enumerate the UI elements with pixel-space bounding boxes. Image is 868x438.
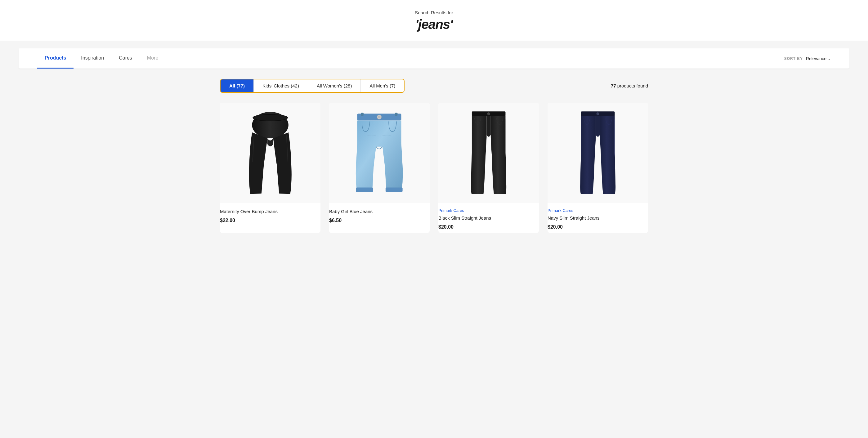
svg-point-11: [487, 113, 490, 115]
product-image: [220, 103, 320, 203]
filter-mens[interactable]: All Men's (7): [361, 80, 404, 92]
products-found-label: products found: [617, 83, 648, 88]
svg-rect-8: [356, 188, 373, 192]
product-card[interactable]: Primark Cares Navy Slim Straight Jeans $…: [548, 103, 648, 233]
filter-bar: All (77) Kids' Clothes (42) All Women's …: [220, 79, 648, 93]
primark-cares-label: Primark Cares: [438, 208, 539, 213]
tab-more[interactable]: More: [140, 49, 166, 68]
products-grid: Maternity Over Bump Jeans $22.00: [220, 103, 648, 233]
product-price: $22.00: [220, 218, 320, 223]
main-content: All (77) Kids' Clothes (42) All Women's …: [202, 69, 666, 243]
product-info: Maternity Over Bump Jeans $22.00: [220, 203, 320, 226]
filter-womens[interactable]: All Women's (28): [308, 80, 361, 92]
product-image: [438, 103, 539, 203]
filter-pills: All (77) Kids' Clothes (42) All Women's …: [220, 79, 405, 93]
sort-value-text: Relevance: [806, 56, 827, 61]
svg-rect-7: [395, 113, 398, 116]
svg-rect-6: [361, 113, 364, 116]
product-name: Navy Slim Straight Jeans: [548, 215, 648, 221]
tab-products[interactable]: Products: [37, 49, 73, 68]
primark-cares-label: Primark Cares: [548, 208, 648, 213]
product-name: Baby Girl Blue Jeans: [329, 208, 430, 215]
search-query: 'jeans': [6, 17, 862, 32]
product-name: Maternity Over Bump Jeans: [220, 208, 320, 215]
search-header: Search Results for 'jeans': [0, 0, 868, 41]
product-info: Primark Cares Black Slim Straight Jeans …: [438, 203, 539, 233]
product-price: $20.00: [548, 224, 648, 230]
product-name: Black Slim Straight Jeans: [438, 215, 539, 221]
svg-point-2: [253, 115, 287, 121]
product-card[interactable]: Maternity Over Bump Jeans $22.00: [220, 103, 320, 233]
product-card[interactable]: Primark Cares Black Slim Straight Jeans …: [438, 103, 539, 233]
search-subtitle: Search Results for: [6, 10, 862, 15]
product-price: $20.00: [438, 224, 539, 230]
tabs-bar: Products Inspiration Cares More SORT BY …: [19, 49, 849, 69]
svg-rect-9: [385, 188, 403, 192]
tabs-left: Products Inspiration Cares More: [37, 49, 166, 68]
svg-point-13: [596, 113, 599, 115]
svg-point-5: [378, 116, 381, 118]
filter-kids[interactable]: Kids' Clothes (42): [254, 80, 308, 92]
tab-inspiration[interactable]: Inspiration: [73, 49, 112, 68]
product-info: Primark Cares Navy Slim Straight Jeans $…: [548, 203, 648, 233]
product-info: Baby Girl Blue Jeans $6.50: [329, 203, 430, 226]
products-count: 77: [611, 83, 616, 88]
sort-label: SORT BY: [784, 57, 803, 61]
product-image: [329, 103, 430, 203]
product-price: $6.50: [329, 218, 430, 223]
product-image: [548, 103, 648, 203]
filter-all[interactable]: All (77): [221, 80, 254, 92]
product-card[interactable]: Baby Girl Blue Jeans $6.50: [329, 103, 430, 233]
tab-cares[interactable]: Cares: [112, 49, 140, 68]
sort-section: SORT BY Relevance ⌄: [784, 56, 831, 61]
chevron-down-icon: ⌄: [828, 57, 831, 61]
sort-dropdown[interactable]: Relevance ⌄: [806, 56, 831, 61]
products-found: 77 products found: [611, 83, 648, 88]
